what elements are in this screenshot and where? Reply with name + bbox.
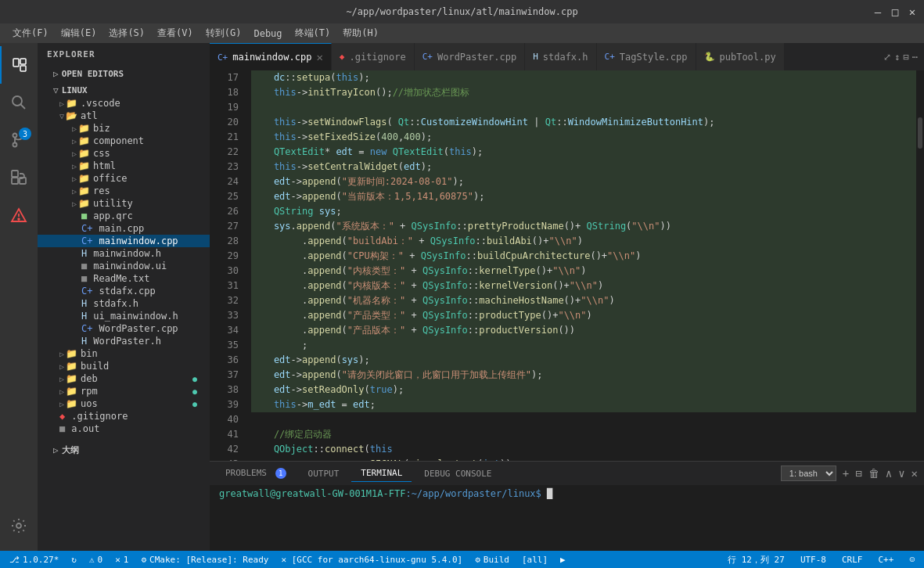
rpm-dot: ● (192, 387, 197, 396)
menu-debug[interactable]: Debug (247, 27, 288, 41)
tab-pubtool-py[interactable]: 🐍 pubTool.py (696, 43, 785, 70)
status-build[interactable]: ⚙ Build (472, 555, 512, 565)
tree-item-stdafxh[interactable]: H stdafx.h (38, 297, 210, 310)
scrollbar-thumb[interactable] (918, 117, 922, 149)
layout-icon[interactable]: ⊟ (904, 52, 909, 63)
window-title: ~/app/wordpaster/linux/atl/mainwindow.cp… (346, 6, 577, 17)
tab-terminal[interactable]: TERMINAL (351, 465, 412, 482)
status-gcc[interactable]: ✕ [GCC for aarch64-linux-gnu 5.4.0] (278, 555, 466, 565)
tab-wordpaster-cpp[interactable]: C+ WordPaster.cpp (415, 43, 525, 70)
status-position[interactable]: 行 12，列 27 (724, 554, 788, 566)
tree-item-aout[interactable]: ■ a.out (38, 422, 210, 435)
menu-help[interactable]: 帮助(H) (336, 25, 385, 41)
terminal-shell-select[interactable]: 1: bash (781, 466, 836, 481)
close-button[interactable]: ✕ (907, 6, 918, 17)
tab-tagstyle-cpp[interactable]: C+ TagStyle.cpp (597, 43, 696, 70)
scrollbar-vertical[interactable] (916, 70, 924, 461)
activity-warnings[interactable] (0, 196, 38, 234)
status-sync[interactable]: ↻ (68, 555, 80, 565)
status-line-ending[interactable]: CRLF (839, 555, 866, 565)
activity-extensions[interactable] (0, 159, 38, 196)
status-encoding[interactable]: UTF-8 (797, 555, 829, 565)
more-actions-icon[interactable]: ⋯ (912, 52, 918, 63)
tree-item-css[interactable]: ▷ 📁 css (38, 147, 210, 160)
menu-terminal[interactable]: 终端(T) (289, 25, 337, 41)
h-icon: H (81, 336, 87, 347)
tree-item-html[interactable]: ▷ 📁 html (38, 160, 210, 172)
status-left: ⎇ 1.0.27* ↻ ⚠ 0 ✕ 1 ⚙ CMake: [Release]: … (6, 555, 569, 565)
status-version[interactable]: ⎇ 1.0.27* (6, 555, 62, 565)
tab-stdafx-h[interactable]: H stdafx.h (525, 43, 596, 70)
tab-problems[interactable]: PROBLEMS 1 (216, 465, 296, 482)
tree-item-utility[interactable]: ▷ 📁 utility (38, 197, 210, 210)
tree-item-bin[interactable]: ▷ 📁 bin (38, 347, 210, 360)
tab-debug-console[interactable]: DEBUG CONSOLE (415, 466, 501, 482)
folder-icon: 📁 (78, 160, 90, 171)
tree-item-uimainwindowh[interactable]: H ui_mainwindow.h (38, 310, 210, 322)
code-line-42: QObject::connect(this (251, 442, 924, 457)
tree-item-appqrc[interactable]: ■ app.qrc (38, 210, 210, 222)
status-run[interactable]: ▶ (557, 555, 569, 565)
terminal-content[interactable]: greatwall@greatwall-GW-001M1A-FTF:~/app/… (210, 485, 924, 551)
activity-search[interactable] (0, 84, 38, 121)
tab-mainwindow-cpp[interactable]: C+ mainwindow.cpp ✕ (210, 43, 332, 70)
open-editors-title[interactable]: ▷ OPEN EDITORS (38, 67, 210, 81)
chevron-up-icon[interactable]: ∧ (886, 467, 892, 480)
tree-item-atl[interactable]: ▽ 📂 atl (38, 110, 210, 122)
more-tabs-icon[interactable]: ↕ (894, 52, 900, 63)
status-language[interactable]: C++ (875, 555, 897, 565)
terminal-actions: 1: bash + ⊟ 🗑 ∧ ∨ ✕ (781, 466, 918, 481)
tree-item-mainwindowcpp[interactable]: C+ mainwindow.cpp (38, 235, 210, 247)
tree-item-stdafxcpp[interactable]: C+ stdafx.cpp (38, 285, 210, 297)
activity-settings[interactable] (0, 507, 38, 545)
maximize-button[interactable]: □ (890, 6, 901, 17)
split-terminal-icon[interactable]: ⊟ (855, 467, 861, 480)
menu-view[interactable]: 查看(V) (151, 25, 200, 41)
tree-item-wordpastercpp[interactable]: C+ WordPaster.cpp (38, 322, 210, 335)
tree-item-component[interactable]: ▷ 📁 component (38, 135, 210, 147)
tree-item-mainwindowui[interactable]: ■ mainwindow.ui (38, 260, 210, 272)
activity-scm[interactable]: 3 (0, 121, 38, 159)
status-errors[interactable]: ✕ 1 (112, 555, 131, 565)
linux-title[interactable]: ▽ LINUX (38, 84, 210, 97)
tree-item-gitignore[interactable]: ◆ .gitignore (38, 410, 210, 422)
outline-title[interactable]: ▷ 大纲 (38, 441, 210, 459)
tree-item-mainwindowh[interactable]: H mainwindow.h (38, 247, 210, 260)
tab-gitignore[interactable]: ◆ .gitignore (332, 43, 415, 70)
trash-icon[interactable]: 🗑 (868, 467, 879, 480)
tree-item-res[interactable]: ▷ 📁 res (38, 185, 210, 197)
status-warnings[interactable]: ⚠ 0 (86, 555, 106, 565)
new-terminal-icon[interactable]: + (843, 467, 849, 480)
tab-output[interactable]: OUTPUT (299, 466, 349, 482)
activity-explorer[interactable] (0, 46, 38, 84)
menu-goto[interactable]: 转到(G) (200, 25, 248, 41)
minimize-button[interactable]: — (872, 6, 883, 17)
folder-icon: 📁 (78, 185, 90, 196)
tree-item-build[interactable]: ▷ 📁 build (38, 360, 210, 372)
tree-item-maincpp[interactable]: C+ main.cpp (38, 222, 210, 235)
tree-item-rpm[interactable]: ▷ 📁 rpm ● (38, 385, 210, 397)
code-line-30: .append("内核类型：" + QSysInfo::kernelType()… (251, 264, 924, 279)
status-feedback[interactable]: ☺ (906, 555, 918, 565)
tree-item-vscode[interactable]: ▷ 📁 .vscode (38, 97, 210, 110)
code-area[interactable]: dc::setupa(this); this->initTrayIcon();/… (245, 70, 924, 461)
menu-select[interactable]: 选择(S) (102, 25, 151, 41)
close-terminal-icon[interactable]: ✕ (911, 467, 918, 480)
chevron-icon: ▷ (72, 149, 77, 158)
status-build-target[interactable]: [all] (519, 555, 551, 565)
tree-item-wordpasterh[interactable]: H WordPaster.h (38, 335, 210, 347)
folder-icon: 📁 (78, 173, 90, 184)
chevron-down-icon[interactable]: ∨ (898, 467, 904, 480)
code-line-43: ,SIGNAL(signal_start(int)) (251, 457, 924, 461)
menu-edit[interactable]: 编辑(E) (55, 25, 103, 41)
menu-file[interactable]: 文件(F) (6, 25, 55, 41)
tree-item-readme[interactable]: ■ ReadMe.txt (38, 272, 210, 285)
tree-item-deb[interactable]: ▷ 📁 deb ● (38, 372, 210, 385)
split-editor-icon[interactable]: ⤢ (883, 52, 891, 63)
tree-item-biz[interactable]: ▷ 📁 biz (38, 122, 210, 135)
chevron-down-icon: ▽ (53, 85, 59, 95)
status-cmake[interactable]: ⚙ CMake: [Release]: Ready (138, 555, 271, 565)
tab-close-icon[interactable]: ✕ (316, 51, 322, 63)
tree-item-office[interactable]: ▷ 📁 office (38, 172, 210, 185)
tree-item-uos[interactable]: ▷ 📁 uos ● (38, 397, 210, 410)
